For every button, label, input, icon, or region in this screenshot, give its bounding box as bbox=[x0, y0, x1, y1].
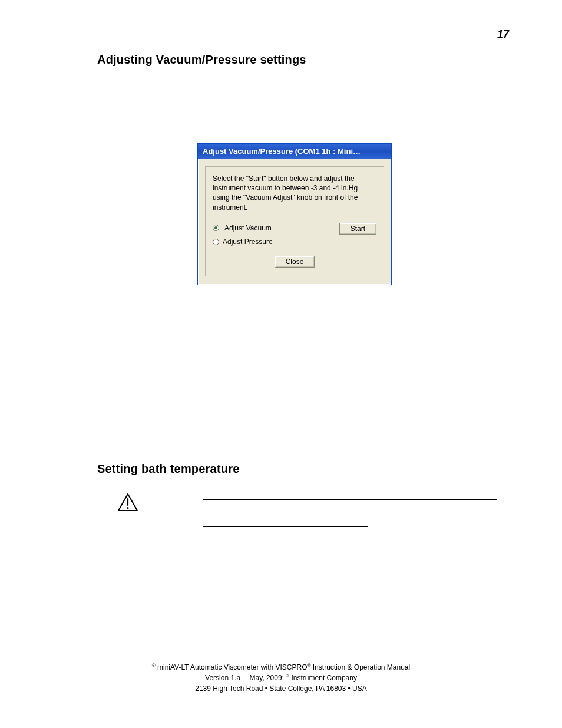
underline-3 bbox=[203, 526, 368, 527]
underline-1 bbox=[203, 499, 497, 500]
footer: ® miniAV-LT Automatic Viscometer with VI… bbox=[50, 662, 512, 694]
dialog-titlebar: Adjust Vacuum/Pressure (COM1 1h : Mini… bbox=[198, 144, 391, 159]
footer-line-3: 2139 High Tech Road • State College, PA … bbox=[50, 684, 512, 694]
footer-line-2b: Instrument Company bbox=[289, 674, 357, 682]
footer-line-2a: Version 1.a— May, 2009; bbox=[205, 674, 286, 682]
page-number: 17 bbox=[497, 28, 509, 41]
dialog-container: Adjust Vacuum/Pressure (COM1 1h : Mini… … bbox=[197, 143, 392, 285]
footer-line-1: ® miniAV-LT Automatic Viscometer with VI… bbox=[50, 662, 512, 673]
caution-triangle-icon bbox=[118, 493, 138, 511]
footer-line-1-pre: miniAV-LT Automatic Viscometer with VISC… bbox=[156, 663, 308, 671]
close-button[interactable]: Close bbox=[275, 256, 315, 268]
footer-line-1-post: Instruction & Operation Manual bbox=[310, 663, 410, 671]
dialog-controls-row: Adjust Vacuum Adjust Pressure Start bbox=[213, 223, 376, 246]
caution-underlines bbox=[203, 499, 512, 540]
close-button-row: Close bbox=[213, 256, 376, 268]
radio-indicator-selected-icon bbox=[213, 225, 219, 231]
dialog-body: Select the "Start" button below and adju… bbox=[198, 159, 391, 285]
radio-group-adjust-mode: Adjust Vacuum Adjust Pressure bbox=[213, 223, 273, 246]
radio-label-pressure: Adjust Pressure bbox=[223, 237, 273, 246]
dialog-panel: Select the "Start" button below and adju… bbox=[205, 166, 384, 276]
radio-label-vacuum: Adjust Vacuum bbox=[223, 223, 273, 233]
radio-adjust-vacuum[interactable]: Adjust Vacuum bbox=[213, 223, 273, 233]
caution-section bbox=[118, 493, 512, 540]
footer-rule bbox=[50, 657, 512, 657]
footer-line-2: Version 1.a— May, 2009; ® Instrument Com… bbox=[50, 673, 512, 683]
start-button[interactable]: Start bbox=[339, 223, 376, 235]
start-button-rest: tart bbox=[355, 225, 365, 233]
radio-indicator-unselected-icon bbox=[213, 239, 219, 245]
heading-adjusting-vacuum: Adjusting Vacuum/Pressure settings bbox=[97, 53, 512, 67]
underline-2 bbox=[203, 513, 491, 513]
radio-adjust-pressure[interactable]: Adjust Pressure bbox=[213, 237, 273, 246]
dialog-adjust-vacuum-pressure: Adjust Vacuum/Pressure (COM1 1h : Mini… … bbox=[197, 143, 392, 285]
heading-setting-bath-temperature: Setting bath temperature bbox=[97, 462, 512, 476]
dialog-instruction-text: Select the "Start" button below and adju… bbox=[213, 174, 376, 212]
start-button-accel: S bbox=[351, 225, 355, 233]
svg-point-2 bbox=[127, 507, 128, 509]
